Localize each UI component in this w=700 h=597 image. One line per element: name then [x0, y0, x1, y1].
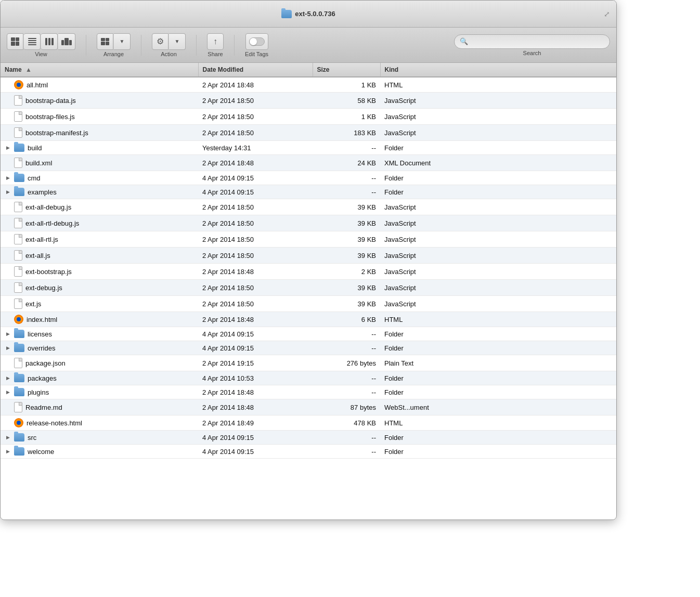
table-row[interactable]: ▶packages4 Apr 2014 10:53--Folder	[1, 371, 616, 385]
table-row[interactable]: ▶welcome4 Apr 2014 09:15--Folder	[1, 445, 616, 459]
table-row[interactable]: ext-bootstrap.js2 Apr 2014 18:482 KBJava…	[1, 264, 616, 280]
table-row[interactable]: ext-debug.js2 Apr 2014 18:5039 KBJavaScr…	[1, 280, 616, 296]
search-box[interactable]: 🔍	[454, 34, 610, 49]
table-row[interactable]: all.html2 Apr 2014 18:481 KBHTML	[1, 77, 616, 93]
file-name-cell[interactable]: package.json	[1, 355, 198, 371]
file-name-cell[interactable]: ▶cmd	[1, 171, 198, 185]
expand-arrow[interactable]: ▶	[5, 331, 11, 337]
table-row[interactable]: ▶plugins2 Apr 2014 18:48--Folder	[1, 385, 616, 399]
icon-view-button[interactable]	[7, 33, 23, 50]
expand-arrow[interactable]: ▶	[5, 145, 11, 151]
file-name-text: build.xml	[25, 159, 52, 167]
expand-arrow[interactable]: ▶	[5, 189, 11, 195]
file-size: 39 KB	[313, 231, 380, 248]
file-name-wrapper: bootstrap-data.js	[5, 95, 194, 106]
cover-flow-button[interactable]	[58, 33, 75, 50]
file-name-cell[interactable]: bootstrap-files.js	[1, 109, 198, 125]
file-name-wrapper: index.html	[5, 315, 194, 324]
table-row[interactable]: ▶licenses4 Apr 2014 09:15--Folder	[1, 327, 616, 341]
file-date: 2 Apr 2014 18:50	[198, 125, 313, 141]
file-name-cell[interactable]: ▶overrides	[1, 341, 198, 355]
column-header-name[interactable]: Name ▲	[1, 63, 198, 77]
table-row[interactable]: ▶overrides4 Apr 2014 09:15--Folder	[1, 341, 616, 355]
table-row[interactable]: ext.js2 Apr 2014 18:5039 KBJavaScript	[1, 296, 616, 312]
table-row[interactable]: ext-all-rtl-debug.js2 Apr 2014 18:5039 K…	[1, 215, 616, 231]
file-name-cell[interactable]: ext-debug.js	[1, 280, 198, 296]
table-row[interactable]: bootstrap-files.js2 Apr 2014 18:501 KBJa…	[1, 109, 616, 125]
file-list-body: all.html2 Apr 2014 18:481 KBHTMLbootstra…	[1, 77, 616, 459]
table-row[interactable]: ▶src4 Apr 2014 09:15--Folder	[1, 431, 616, 445]
action-dropdown-button[interactable]: ▼	[169, 33, 186, 50]
file-kind: JavaScript	[380, 296, 616, 312]
file-kind: JavaScript	[380, 93, 616, 109]
column-header-kind[interactable]: Kind	[380, 63, 616, 77]
file-name-cell[interactable]: all.html	[1, 77, 198, 93]
table-row[interactable]: ▶examples4 Apr 2014 09:15--Folder	[1, 185, 616, 199]
share-button[interactable]: ↑	[207, 33, 224, 50]
table-row[interactable]: ext-all.js2 Apr 2014 18:5039 KBJavaScrip…	[1, 248, 616, 264]
file-name-text: release-notes.html	[27, 419, 82, 427]
folder-icon	[14, 344, 24, 352]
expand-arrow[interactable]: ▶	[5, 389, 11, 395]
expand-arrow[interactable]: ▶	[5, 345, 11, 351]
file-name-cell[interactable]: release-notes.html	[1, 416, 198, 431]
table-row[interactable]: ext-all-rtl.js2 Apr 2014 18:5039 KBJavaS…	[1, 231, 616, 248]
file-name-cell[interactable]: ext-all.js	[1, 248, 198, 264]
search-input[interactable]	[471, 37, 604, 45]
file-name-wrapper: ext.js	[5, 298, 194, 309]
file-kind: JavaScript	[380, 231, 616, 248]
column-view-button[interactable]	[41, 33, 58, 50]
table-row[interactable]: ext-all-debug.js2 Apr 2014 18:5039 KBJav…	[1, 199, 616, 215]
table-row[interactable]: build.xml2 Apr 2014 18:4824 KBXML Docume…	[1, 155, 616, 171]
file-kind: JavaScript	[380, 264, 616, 280]
search-icon: 🔍	[460, 37, 468, 45]
table-row[interactable]: bootstrap-manifest.js2 Apr 2014 18:50183…	[1, 125, 616, 141]
file-size: 1 KB	[313, 77, 380, 93]
file-name-cell[interactable]: build.xml	[1, 155, 198, 171]
file-name-wrapper: ext-all-rtl.js	[5, 234, 194, 244]
file-name-cell[interactable]: Readme.md	[1, 399, 198, 416]
file-name-cell[interactable]: ext-bootstrap.js	[1, 264, 198, 280]
file-name-text: licenses	[28, 330, 52, 338]
file-name-cell[interactable]: ▶plugins	[1, 385, 198, 399]
expand-arrow[interactable]: ▶	[5, 434, 11, 440]
file-name-cell[interactable]: ▶licenses	[1, 327, 198, 341]
table-row[interactable]: bootstrap-data.js2 Apr 2014 18:5058 KBJa…	[1, 93, 616, 109]
arrange-dropdown-button[interactable]: ▼	[114, 33, 131, 50]
file-name-cell[interactable]: ext-all-rtl-debug.js	[1, 215, 198, 231]
table-row[interactable]: index.html2 Apr 2014 18:486 KBHTML	[1, 312, 616, 327]
arrange-button[interactable]	[97, 33, 113, 50]
file-name-text: build	[28, 144, 42, 152]
expand-arrow[interactable]: ▶	[5, 375, 11, 381]
file-name-cell[interactable]: ▶build	[1, 141, 198, 155]
file-name-cell[interactable]: index.html	[1, 312, 198, 327]
file-name-cell[interactable]: bootstrap-data.js	[1, 93, 198, 109]
file-name-cell[interactable]: ext-all-rtl.js	[1, 231, 198, 248]
table-row[interactable]: ▶cmd4 Apr 2014 09:15--Folder	[1, 171, 616, 185]
column-header-date[interactable]: Date Modified	[198, 63, 313, 77]
file-name-cell[interactable]: ▶src	[1, 431, 198, 445]
file-name-cell[interactable]: ext.js	[1, 296, 198, 312]
file-name-wrapper: ext-all.js	[5, 250, 194, 261]
view-label: View	[35, 51, 47, 57]
table-row[interactable]: Readme.md2 Apr 2014 18:4887 bytesWebSt..…	[1, 399, 616, 416]
file-size: 276 bytes	[313, 355, 380, 371]
file-icon	[14, 95, 22, 106]
list-view-button[interactable]	[24, 33, 41, 50]
edit-tags-button[interactable]	[245, 33, 268, 50]
resize-icon[interactable]: ⤢	[604, 10, 610, 18]
view-group: View	[7, 33, 75, 57]
column-header-size[interactable]: Size	[313, 63, 380, 77]
expand-arrow[interactable]: ▶	[5, 448, 11, 455]
file-name-cell[interactable]: ext-all-debug.js	[1, 199, 198, 215]
table-row[interactable]: ▶buildYesterday 14:31--Folder	[1, 141, 616, 155]
file-name-cell[interactable]: ▶packages	[1, 371, 198, 385]
action-button[interactable]: ⚙	[152, 33, 168, 50]
file-name-cell[interactable]: ▶welcome	[1, 445, 198, 459]
file-name-cell[interactable]: ▶examples	[1, 185, 198, 199]
file-size: 58 KB	[313, 93, 380, 109]
expand-arrow[interactable]: ▶	[5, 175, 11, 181]
file-name-cell[interactable]: bootstrap-manifest.js	[1, 125, 198, 141]
table-row[interactable]: package.json2 Apr 2014 19:15276 bytesPla…	[1, 355, 616, 371]
table-row[interactable]: release-notes.html2 Apr 2014 18:49478 KB…	[1, 416, 616, 431]
